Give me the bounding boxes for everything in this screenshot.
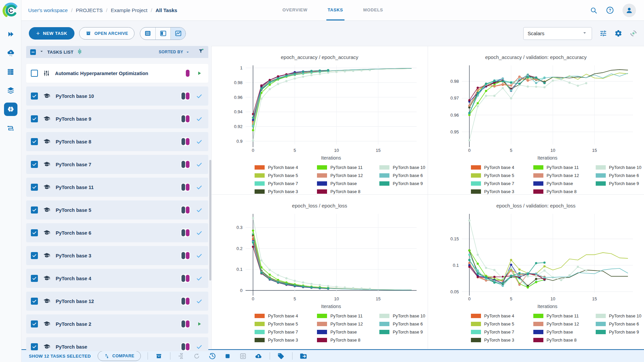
tags-icon[interactable] <box>277 353 285 360</box>
new-task-button[interactable]: + NEW TASK <box>29 27 74 40</box>
task-checkbox[interactable] <box>31 298 38 305</box>
legend-item[interactable]: PyTorch base 8 <box>317 336 367 344</box>
task-checkbox[interactable] <box>31 93 38 100</box>
legend-item[interactable]: PyTorch base 5 <box>255 320 305 328</box>
legend-item[interactable]: PyTorch base 6 <box>379 320 428 328</box>
select-all-checkbox[interactable] <box>30 49 36 55</box>
legend-item[interactable]: PyTorch base 11 <box>317 163 367 171</box>
legend-item[interactable]: PyTorch base 5 <box>471 171 521 179</box>
task-row[interactable]: Automatic Hyperparameter Optimization <box>26 64 208 83</box>
table-view-button[interactable] <box>140 27 155 40</box>
task-row[interactable]: PyTorch base <box>26 337 208 351</box>
legend-item[interactable]: PyTorch base <box>317 328 367 336</box>
stop-icon[interactable] <box>223 353 232 359</box>
rail-item-expand[interactable] <box>1 25 20 44</box>
legend-item[interactable]: PyTorch base 12 <box>317 320 367 328</box>
task-name[interactable]: PyTorch base 9 <box>56 116 91 122</box>
task-name[interactable]: PyTorch base 7 <box>56 162 91 167</box>
task-name[interactable]: PyTorch base 10 <box>56 94 94 99</box>
legend-item[interactable]: PyTorch base 8 <box>533 336 584 344</box>
legend-item[interactable]: PyTorch base 7 <box>471 328 521 336</box>
show-selected-button[interactable]: SHOW 12 TASKS SELECTED <box>29 354 91 359</box>
task-name[interactable]: Automatic Hyperparameter Optimization <box>55 71 148 76</box>
help-icon[interactable]: ? <box>606 6 614 14</box>
task-name[interactable]: PyTorch base 11 <box>56 185 94 190</box>
legend-item[interactable]: PyTorch base <box>317 179 367 187</box>
rail-item-workers-queues[interactable] <box>1 62 20 81</box>
legend-item[interactable]: PyTorch base 12 <box>317 171 367 179</box>
legend-item[interactable]: PyTorch base 11 <box>533 312 584 320</box>
legend-item[interactable]: PyTorch base 7 <box>255 179 305 187</box>
legend-item[interactable]: PyTorch base 3 <box>471 187 521 195</box>
tasks-list-scrollbar[interactable] <box>209 160 211 281</box>
task-row[interactable]: PyTorch base 12 <box>26 292 208 311</box>
legend-item[interactable]: PyTorch base <box>533 179 584 187</box>
legend-item[interactable]: PyTorch base 3 <box>255 187 305 195</box>
legend-item[interactable]: PyTorch base 9 <box>379 328 428 336</box>
task-checkbox[interactable] <box>31 229 38 236</box>
task-checkbox[interactable] <box>31 115 38 122</box>
breadcrumb-item[interactable]: Example Project <box>111 7 147 13</box>
tab-overview[interactable]: OVERVIEW <box>281 0 309 20</box>
breadcrumb-item[interactable]: All Tasks <box>156 7 177 13</box>
chart-view-button[interactable] <box>170 27 185 40</box>
legend-item[interactable]: PyTorch base 4 <box>255 312 305 320</box>
task-checkbox[interactable] <box>31 138 38 145</box>
task-name[interactable]: PyTorch base 2 <box>56 321 91 327</box>
legend-item[interactable]: PyTorch base 4 <box>471 163 521 171</box>
move-to-project-icon[interactable] <box>299 352 308 360</box>
legend-item[interactable]: PyTorch base 6 <box>596 171 644 179</box>
legend-item[interactable]: PyTorch base 7 <box>471 179 521 187</box>
legend-item[interactable]: PyTorch base 8 <box>317 187 367 195</box>
tune-settings-icon[interactable] <box>599 29 607 37</box>
chevron-down-icon[interactable] <box>39 49 44 55</box>
rail-item-cloud-apps[interactable] <box>1 44 20 62</box>
task-checkbox[interactable] <box>31 184 38 191</box>
task-name[interactable]: PyTorch base 6 <box>56 230 91 236</box>
legend-item[interactable]: PyTorch base 10 <box>379 163 428 171</box>
task-row[interactable]: PyTorch base 11 <box>26 178 208 197</box>
legend-item[interactable]: PyTorch base 4 <box>255 163 305 171</box>
publish-icon[interactable] <box>254 352 263 360</box>
chart-plot[interactable]: 0.950.960.970.98051015Iterations <box>430 61 638 161</box>
filter-icon[interactable] <box>198 48 204 56</box>
task-row[interactable]: PyTorch base 6 <box>26 223 208 242</box>
legend-item[interactable]: PyTorch base 5 <box>255 171 305 179</box>
rail-item-datasets[interactable] <box>1 81 20 100</box>
task-row[interactable]: PyTorch base 4 <box>26 269 208 288</box>
task-row[interactable]: PyTorch base 3 <box>26 246 208 265</box>
archive-icon[interactable] <box>155 353 163 360</box>
task-name[interactable]: PyTorch base 8 <box>56 139 91 144</box>
legend-item[interactable]: PyTorch base 7 <box>255 328 305 336</box>
legend-item[interactable]: PyTorch base 11 <box>533 163 584 171</box>
tab-tasks[interactable]: TASKS <box>326 0 344 20</box>
legend-item[interactable]: PyTorch base 12 <box>533 320 584 328</box>
task-checkbox[interactable] <box>31 206 38 214</box>
task-name[interactable]: PyTorch base <box>56 344 87 350</box>
row-density-icon[interactable] <box>76 48 83 56</box>
task-row[interactable]: PyTorch base 10 <box>26 86 208 106</box>
gear-icon[interactable] <box>614 29 622 37</box>
clearml-logo-icon[interactable]: C <box>2 2 19 19</box>
legend-item[interactable]: PyTorch base 10 <box>596 163 644 171</box>
legend-item[interactable]: PyTorch base 3 <box>471 336 521 344</box>
legend-item[interactable]: PyTorch base 3 <box>255 336 305 344</box>
task-row[interactable]: PyTorch base 8 <box>26 132 208 151</box>
open-archive-button[interactable]: OPEN ARCHIVE <box>79 27 135 40</box>
task-name[interactable]: PyTorch base 4 <box>56 276 91 281</box>
legend-item[interactable]: PyTorch base 12 <box>533 171 584 179</box>
tab-models[interactable]: MODELS <box>362 0 384 20</box>
legend-item[interactable]: PyTorch base <box>533 328 584 336</box>
rail-item-projects[interactable] <box>1 100 20 119</box>
legend-item[interactable]: PyTorch base 11 <box>317 312 367 320</box>
task-checkbox[interactable] <box>31 320 38 327</box>
task-checkbox[interactable] <box>31 275 38 282</box>
task-checkbox[interactable] <box>31 343 38 350</box>
split-view-button[interactable] <box>155 27 170 40</box>
task-row[interactable]: PyTorch base 7 <box>26 155 208 174</box>
task-name[interactable]: PyTorch base 5 <box>56 207 91 213</box>
chart-plot[interactable]: 00.10.20.3051015Iterations <box>214 209 422 310</box>
legend-item[interactable]: PyTorch base 10 <box>596 312 644 320</box>
task-checkbox[interactable] <box>31 161 38 168</box>
task-name[interactable]: PyTorch base 3 <box>56 253 91 258</box>
